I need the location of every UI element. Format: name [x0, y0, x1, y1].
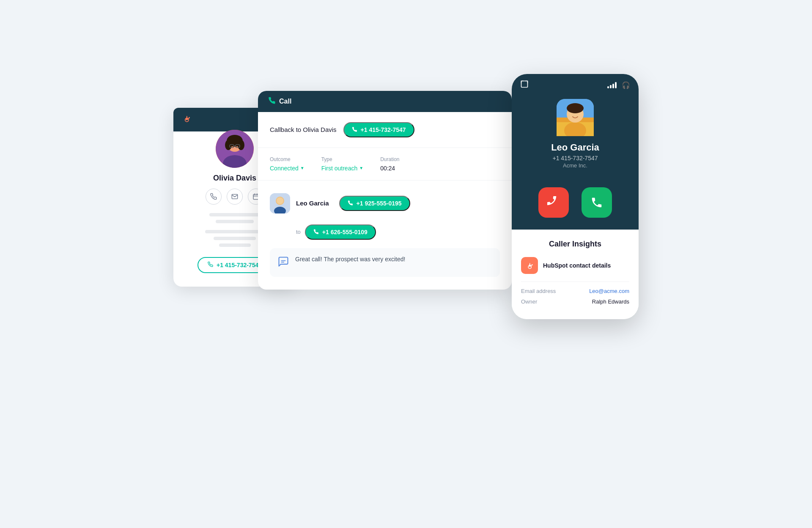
call-panel-body: Callback to Olivia Davis +1 415-732-7547… — [258, 112, 512, 290]
outcome-value[interactable]: Connected ▼ — [270, 165, 304, 172]
caller-row: Leo Garcia +1 925-555-0195 — [270, 189, 500, 218]
duration-value: 00:24 — [380, 165, 399, 172]
svg-line-32 — [531, 265, 532, 266]
call-action-buttons — [512, 181, 639, 230]
decline-call-button[interactable] — [538, 187, 569, 218]
email-value[interactable]: Leo@acme.com — [589, 288, 629, 294]
comment-text: Great call! The prospect was very excite… — [295, 255, 405, 264]
to-label: to — [296, 229, 301, 235]
insights-title: Caller Insights — [521, 240, 629, 249]
hubspot-logo-circle — [521, 257, 538, 274]
owner-value: Ralph Edwards — [592, 298, 629, 305]
outcome-label: Outcome — [270, 156, 304, 162]
detail-row-owner: Owner Ralph Edwards — [521, 298, 629, 305]
accept-call-button[interactable] — [582, 187, 612, 218]
outcome-meta: Outcome Connected ▼ — [270, 156, 304, 172]
action-icons-row — [206, 189, 264, 205]
type-meta: Type First outreach ▼ — [321, 156, 364, 172]
phone-device: 🎧 Leo Garcia +1 — [512, 74, 639, 319]
olivia-contact-name: Olivia Davis — [213, 174, 256, 183]
phone-contact-section: Leo Garcia +1 415-732-7547 Acme Inc. — [512, 90, 639, 181]
caller-name: Leo Garcia — [296, 200, 329, 207]
divider-2 — [258, 180, 512, 181]
meta-row: Outcome Connected ▼ Type First outreach … — [270, 156, 500, 172]
to-row: to +1 626-555-0109 — [270, 224, 500, 240]
avatar-leo-large — [557, 99, 594, 136]
placeholder-line — [214, 237, 256, 240]
outcome-chevron-icon: ▼ — [300, 166, 304, 170]
placeholder-line — [205, 230, 264, 233]
caller-insights-section: Caller Insights HubSpot contact details … — [512, 230, 639, 319]
callback-number-button[interactable]: +1 415-732-7547 — [343, 122, 414, 137]
svg-point-33 — [532, 264, 533, 265]
caller-number-label: +1 925-555-0195 — [357, 200, 402, 207]
email-action-button[interactable] — [227, 189, 243, 205]
owner-key: Owner — [521, 298, 537, 305]
duration-meta: Duration 00:24 — [380, 156, 399, 172]
callback-label: Callback to Olivia Davis — [270, 126, 337, 133]
svg-point-10 — [238, 140, 244, 150]
headphone-icon: 🎧 — [622, 81, 630, 89]
leo-contact-company: Acme Inc. — [563, 162, 587, 169]
phone-icon — [208, 262, 213, 268]
detail-row-email: Email address Leo@acme.com — [521, 288, 629, 294]
svg-point-9 — [225, 140, 232, 150]
phone-action-button[interactable] — [206, 189, 222, 205]
avatar-olivia — [216, 130, 254, 168]
call-phone-icon — [268, 97, 276, 106]
placeholder-line — [209, 213, 260, 216]
svg-point-30 — [567, 103, 584, 113]
to-number-label: +1 626-555-0109 — [322, 229, 368, 235]
call-panel: Call Callback to Olivia Davis +1 415-732… — [258, 91, 512, 290]
type-label: Type — [321, 156, 364, 162]
to-number-button[interactable]: +1 626-555-0109 — [305, 224, 376, 240]
email-key: Email address — [521, 288, 556, 294]
type-value[interactable]: First outreach ▼ — [321, 165, 364, 172]
duration-label: Duration — [380, 156, 399, 162]
call-panel-header: Call — [258, 91, 512, 112]
divider — [258, 148, 512, 148]
comment-icon — [277, 256, 289, 270]
avatar-leo-small — [270, 193, 290, 213]
phone-status-icons: 🎧 — [607, 81, 630, 89]
placeholder-line — [216, 220, 254, 223]
type-chevron-icon: ▼ — [359, 166, 363, 170]
svg-rect-24 — [521, 81, 528, 87]
scene: Olivia Davis — [173, 74, 639, 454]
hubspot-logo-icon — [180, 112, 192, 127]
comment-row: Great call! The prospect was very excite… — [270, 248, 500, 277]
leo-contact-phone: +1 415-732-7547 — [552, 155, 598, 161]
leo-contact-name: Leo Garcia — [551, 142, 599, 153]
svg-point-21 — [277, 197, 283, 204]
call-number-label: +1 415-732-7547 — [217, 262, 262, 268]
hubspot-section-label: HubSpot contact details — [543, 262, 611, 269]
call-panel-title: Call — [279, 98, 291, 105]
signal-bars-icon — [607, 82, 617, 88]
svg-point-3 — [189, 117, 190, 118]
hubspot-contact-row: HubSpot contact details — [521, 257, 629, 274]
detail-divider — [521, 282, 629, 282]
expand-icon — [520, 80, 529, 90]
caller-number-button[interactable]: +1 925-555-0195 — [339, 196, 410, 211]
phone-status-bar: 🎧 — [512, 74, 639, 90]
callback-row: Callback to Olivia Davis +1 415-732-7547 — [270, 122, 500, 137]
placeholder-line — [219, 243, 251, 247]
callback-number-label: +1 415-732-7547 — [361, 126, 406, 133]
